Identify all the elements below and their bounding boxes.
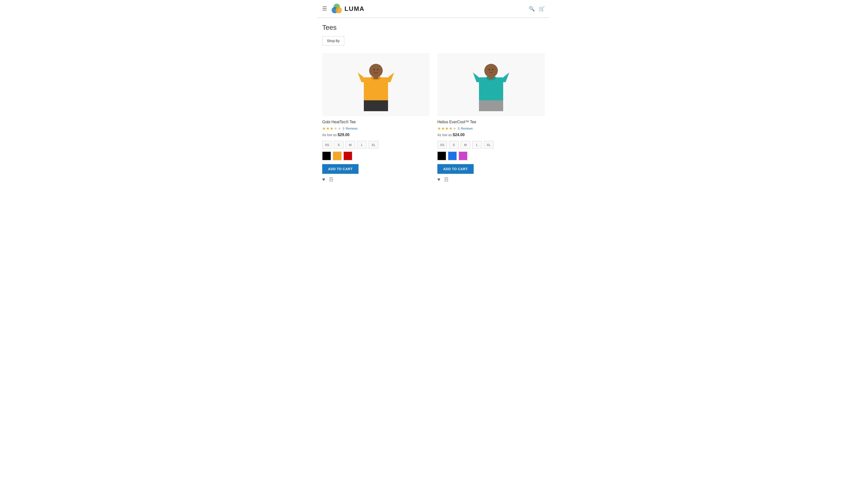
action-icons-helios: ♥ ☶ <box>437 177 545 183</box>
shop-by-button[interactable]: Shop By <box>322 36 344 45</box>
color-black-gobi[interactable] <box>322 152 331 160</box>
site-header: ☰ LUMA 🔍 🛒 <box>317 0 550 18</box>
rating-row-gobi: ★ ★ ★ ★ ★ 3 Reviews <box>322 126 430 131</box>
search-icon[interactable]: 🔍 <box>529 6 535 12</box>
size-s-gobi[interactable]: S <box>334 141 343 149</box>
review-label-gobi[interactable]: Reviews <box>346 127 357 130</box>
wishlist-icon-gobi[interactable]: ♥ <box>322 177 325 183</box>
size-l-gobi[interactable]: L <box>357 141 367 149</box>
svg-marker-14 <box>503 73 509 82</box>
compare-icon-helios[interactable]: ☶ <box>444 177 449 183</box>
product-card-helios: Helios EverCool™ Tee ★ ★ ★ ★ ★ 3 Reviews… <box>437 53 545 183</box>
price-row-helios: As low as $24.00 <box>437 133 545 137</box>
cart-icon[interactable]: 🛒 <box>539 6 545 12</box>
svg-point-2 <box>335 7 342 13</box>
price-row-gobi: As low as $29.00 <box>322 133 430 137</box>
stars-gobi: ★ ★ ★ ★ ★ <box>322 126 341 131</box>
svg-rect-19 <box>489 76 493 79</box>
color-black-helios[interactable] <box>437 152 446 160</box>
main-content: Tees Shop By <box>317 18 550 188</box>
color-blue-helios[interactable] <box>448 152 457 160</box>
rating-row-helios: ★ ★ ★ ★ ★ 3 Reviews <box>437 126 545 131</box>
add-to-cart-button-helios[interactable]: Add to Cart <box>437 164 474 174</box>
review-count-helios[interactable]: 3 <box>458 127 459 130</box>
star-2-helios: ★ <box>441 126 445 131</box>
size-m-gobi[interactable]: M <box>345 141 355 149</box>
star-5-gobi: ★ <box>338 126 341 131</box>
action-icons-gobi: ♥ ☶ <box>322 177 430 183</box>
svg-rect-10 <box>374 76 378 79</box>
svg-marker-5 <box>388 73 394 82</box>
price-prefix-gobi: As low as <box>322 133 337 137</box>
tshirt-image-gobi <box>356 58 395 111</box>
svg-point-9 <box>377 69 378 70</box>
color-orange-gobi[interactable] <box>333 152 342 160</box>
color-red-gobi[interactable] <box>343 152 352 160</box>
price-value-gobi: $29.00 <box>338 133 350 137</box>
size-m-helios[interactable]: M <box>461 141 470 149</box>
luma-logo-icon <box>331 3 343 14</box>
svg-point-7 <box>369 64 383 77</box>
svg-marker-13 <box>473 73 479 82</box>
product-name-helios[interactable]: Helios EverCool™ Tee <box>437 120 545 124</box>
price-prefix-helios: As low as <box>437 133 452 137</box>
header-right: 🔍 🛒 <box>529 6 545 12</box>
svg-point-8 <box>374 69 375 70</box>
svg-point-18 <box>492 69 493 70</box>
product-card-gobi: Gobi HeatTec® Tee ★ ★ ★ ★ ★ 3 Reviews As… <box>322 53 430 183</box>
size-swatches-helios: XS S M L XL <box>437 141 545 149</box>
product-image-helios[interactable] <box>437 53 545 116</box>
color-swatches-helios <box>437 152 545 160</box>
product-grid: Gobi HeatTec® Tee ★ ★ ★ ★ ★ 3 Reviews As… <box>322 53 545 183</box>
svg-point-16 <box>484 64 498 77</box>
size-s-helios[interactable]: S <box>449 141 459 149</box>
color-purple-helios[interactable] <box>459 152 467 160</box>
add-to-cart-button-gobi[interactable]: Add to Cart <box>322 164 358 174</box>
star-1-gobi: ★ <box>322 126 325 131</box>
hamburger-menu-icon[interactable]: ☰ <box>322 6 327 12</box>
svg-rect-20 <box>479 100 503 111</box>
star-4-gobi: ★ <box>334 126 337 131</box>
star-1-helios: ★ <box>437 126 441 131</box>
star-3-helios: ★ <box>445 126 449 131</box>
tshirt-image-helios <box>472 58 511 111</box>
wishlist-icon-helios[interactable]: ♥ <box>437 177 440 183</box>
size-l-helios[interactable]: L <box>472 141 482 149</box>
size-xs-gobi[interactable]: XS <box>322 141 332 149</box>
product-image-gobi[interactable] <box>322 53 430 116</box>
svg-marker-4 <box>358 73 364 82</box>
color-swatches-gobi <box>322 152 430 160</box>
star-2-gobi: ★ <box>326 126 330 131</box>
svg-rect-11 <box>364 100 388 111</box>
page-title: Tees <box>322 24 545 31</box>
size-xs-helios[interactable]: XS <box>437 141 447 149</box>
star-4-helios: ★ <box>449 126 452 131</box>
stars-helios: ★ ★ ★ ★ ★ <box>437 126 456 131</box>
logo-text: LUMA <box>344 5 365 13</box>
review-label-helios[interactable]: Reviews <box>461 127 473 130</box>
star-5-helios: ★ <box>453 126 456 131</box>
svg-point-17 <box>489 69 490 70</box>
size-swatches-gobi: XS S M L XL <box>322 141 430 149</box>
size-xl-gobi[interactable]: XL <box>369 141 378 149</box>
star-3-gobi: ★ <box>330 126 333 131</box>
price-value-helios: $24.00 <box>453 133 465 137</box>
logo-link[interactable]: LUMA <box>331 3 365 14</box>
product-name-gobi[interactable]: Gobi HeatTec® Tee <box>322 120 430 124</box>
header-left: ☰ LUMA <box>322 3 365 14</box>
compare-icon-gobi[interactable]: ☶ <box>329 177 333 183</box>
review-count-gobi[interactable]: 3 <box>343 127 344 130</box>
size-xl-helios[interactable]: XL <box>484 141 493 149</box>
